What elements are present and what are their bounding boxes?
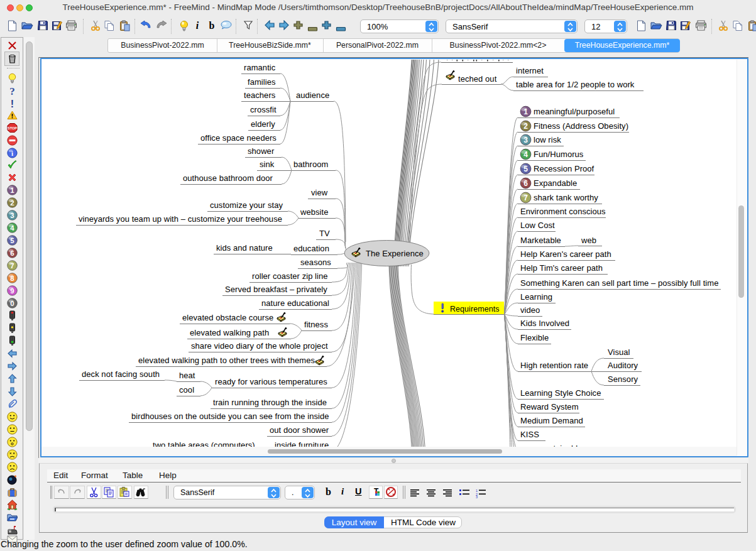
svg-text:customize your stay: customize your stay <box>210 200 283 210</box>
svg-text:STOP: STOP <box>8 126 17 130</box>
svg-text:Marketable: Marketable <box>520 236 561 245</box>
svg-text:education: education <box>293 244 329 253</box>
svg-text:web: web <box>581 236 596 245</box>
svg-text:?: ? <box>9 85 15 96</box>
svg-text:two table areas (computers): two table areas (computers) <box>153 440 255 447</box>
svg-text:i: i <box>11 150 13 157</box>
svg-text:5: 5 <box>523 165 528 173</box>
svg-text:Help Karen's career path: Help Karen's career path <box>520 249 611 259</box>
svg-text:6: 6 <box>10 249 14 257</box>
svg-text:low risk: low risk <box>534 135 561 145</box>
svg-text:2: 2 <box>10 199 14 207</box>
svg-text:video: video <box>520 305 540 315</box>
svg-text:elevated walking path: elevated walking path <box>190 328 269 337</box>
svg-text:shower: shower <box>248 146 275 156</box>
svg-text:i: i <box>196 20 199 31</box>
svg-text:seasons: seasons <box>300 258 331 267</box>
svg-text:birdhouses on the outside you: birdhouses on the outside you can see fr… <box>131 412 329 421</box>
svg-text:4: 4 <box>10 224 14 232</box>
svg-text:ready for various temperatures: ready for various temperatures <box>215 377 327 386</box>
svg-text:inside furniture: inside furniture <box>275 440 329 447</box>
svg-text:Fun/Humorus: Fun/Humorus <box>534 150 584 159</box>
svg-text:Learning Style Choice: Learning Style Choice <box>520 388 601 398</box>
svg-text:elevated walking path to other: elevated walking path to other trees wit… <box>138 356 315 365</box>
svg-text:elderly: elderly <box>251 119 275 129</box>
svg-text:Expandable: Expandable <box>534 178 577 188</box>
svg-text:outhouse bathroom door: outhouse bathroom door <box>183 173 273 183</box>
svg-text:cool: cool <box>179 385 194 395</box>
svg-text:The Experience: The Experience <box>366 249 424 258</box>
svg-text:!: ! <box>11 99 14 109</box>
svg-text:nature educational: nature educational <box>261 298 329 308</box>
svg-text:Requirements: Requirements <box>450 305 500 314</box>
svg-text:table area for 1/2 people to w: table area for 1/2 people to work <box>516 80 635 89</box>
svg-text:2: 2 <box>523 122 528 131</box>
svg-text:3: 3 <box>10 212 14 219</box>
svg-text:deck not facing south: deck not facing south <box>82 369 160 379</box>
svg-text:Environment conscious: Environment conscious <box>520 207 606 216</box>
svg-text:Kids Involved: Kids Involved <box>520 319 569 328</box>
svg-text:view: view <box>311 188 328 197</box>
svg-text:bathroom: bathroom <box>293 160 328 169</box>
svg-text:High retention rate: High retention rate <box>520 361 588 370</box>
svg-text:6: 6 <box>523 179 528 188</box>
svg-text:b: b <box>209 20 215 31</box>
svg-text:Reward System: Reward System <box>520 402 579 412</box>
svg-text:MAIL: MAIL <box>8 531 12 533</box>
svg-text:Recession Proof: Recession Proof <box>534 164 594 173</box>
svg-text:TV: TV <box>319 229 330 238</box>
svg-text:Learning: Learning <box>520 292 552 302</box>
svg-text:teched out: teched out <box>458 74 497 84</box>
svg-text:1: 1 <box>10 187 14 194</box>
svg-text:vineyards you team up with – c: vineyards you team up with – customize y… <box>79 214 282 224</box>
svg-text:Medium Demand: Medium Demand <box>520 416 583 425</box>
svg-text:7: 7 <box>10 262 14 270</box>
svg-text:meaningful/purposeful: meaningful/purposeful <box>534 107 615 116</box>
svg-text:Visual: Visual <box>608 347 630 357</box>
svg-text:3: 3 <box>476 495 478 499</box>
svg-text:teachers: teachers <box>244 90 276 100</box>
svg-text:train running through the insi: train running through the inside <box>213 398 327 407</box>
svg-text:7: 7 <box>523 194 528 202</box>
svg-text:crossfit: crossfit <box>250 105 277 114</box>
svg-text:9: 9 <box>10 287 14 295</box>
svg-text:1: 1 <box>523 107 528 116</box>
svg-text:Fitness (Address Obesity): Fitness (Address Obesity) <box>534 121 628 131</box>
svg-text:Sensory: Sensory <box>608 374 638 384</box>
svg-text:share video diary of the whole: share video diary of the whole project <box>191 341 328 351</box>
svg-text:4: 4 <box>523 150 528 159</box>
svg-text:audience: audience <box>296 90 329 100</box>
svg-text:Low Cost: Low Cost <box>520 221 555 230</box>
svg-text:shark tank worthy: shark tank worthy <box>534 193 598 202</box>
svg-text:3: 3 <box>523 136 528 145</box>
svg-text:ramantic: ramantic <box>244 63 276 72</box>
svg-text:website: website <box>300 207 329 217</box>
svg-text:roller coaster zip line: roller coaster zip line <box>252 271 328 281</box>
svg-text:KISS: KISS <box>520 430 539 439</box>
svg-text:0: 0 <box>10 300 14 307</box>
svg-text:Auditory: Auditory <box>608 361 638 370</box>
svg-text:families: families <box>248 77 276 87</box>
svg-text:sink: sink <box>260 160 275 169</box>
svg-text:5: 5 <box>10 237 14 244</box>
svg-text:elevated obstacle course: elevated obstacle course <box>182 313 273 322</box>
svg-text:Flexible: Flexible <box>520 333 549 342</box>
svg-text:Help Tim's career path: Help Tim's career path <box>520 263 603 273</box>
svg-text:office space needers: office space needers <box>200 133 277 143</box>
svg-text:Something Karen can sell part: Something Karen can sell part time – pos… <box>520 278 718 288</box>
svg-text:kids and nature: kids and nature <box>216 243 273 253</box>
svg-text:Served breakfast – privately: Served breakfast – privately <box>225 285 327 294</box>
svg-text:8: 8 <box>10 275 14 282</box>
svg-text:internet: internet <box>516 66 544 75</box>
svg-text:fitness: fitness <box>304 320 328 329</box>
svg-text:out door shower: out door shower <box>270 425 329 435</box>
svg-text:heat: heat <box>179 371 195 380</box>
